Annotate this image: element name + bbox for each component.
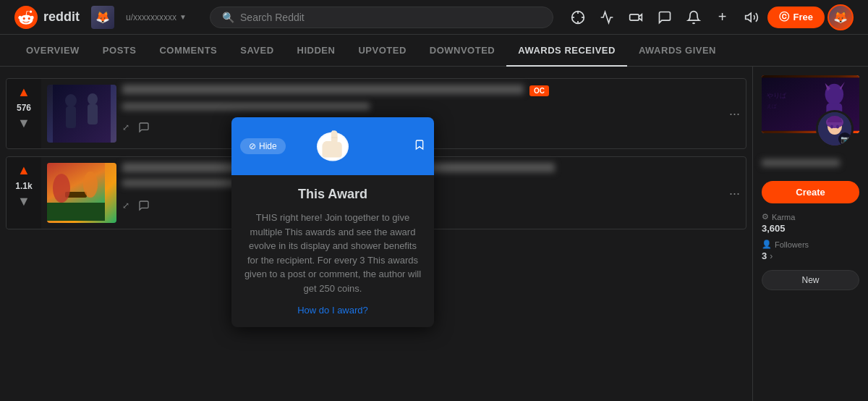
karma-stat: ⚙ Karma 3,605 (762, 212, 859, 234)
svg-point-33 (836, 125, 839, 129)
create-button[interactable]: Create (762, 181, 859, 203)
vote-column: ▲ 1.1k ▼ (7, 157, 41, 229)
username-dropdown[interactable]: u/xxxxxxxxxx ▼ (126, 12, 198, 22)
svg-rect-15 (47, 203, 105, 221)
reddit-logo-icon (14, 6, 38, 29)
logo-area[interactable]: reddit (14, 6, 80, 29)
tooltip-content: This Award THIS right here! Join togethe… (231, 175, 434, 327)
compass-button[interactable] (565, 4, 591, 30)
post-body: ⤢ ··· (122, 157, 746, 229)
advertise-button[interactable] (739, 4, 765, 30)
sidebar-stats: ⚙ Karma 3,605 👤 Followers 3 › (762, 212, 859, 261)
user-avatar-small[interactable]: 🦊 (91, 6, 114, 29)
tab-comments[interactable]: COMMENTS (148, 35, 229, 67)
followers-label-text: Followers (775, 240, 809, 249)
search-icon: 🔍 (222, 12, 234, 23)
svg-rect-10 (66, 106, 76, 128)
sidebar-username (762, 159, 840, 166)
expand-icon[interactable]: ⤢ (122, 200, 129, 211)
add-button[interactable]: + (710, 4, 736, 30)
bookmark-icon (414, 139, 425, 151)
tab-saved[interactable]: SAVED (229, 35, 285, 67)
bell-icon (686, 10, 701, 25)
followers-stat: 👤 Followers 3 › (762, 240, 859, 261)
vote-count: 1.1k (15, 181, 32, 191)
post-body: OC ⤢ ··· (122, 79, 746, 148)
notifications-button[interactable] (681, 4, 707, 30)
megaphone-icon (744, 10, 759, 25)
video-button[interactable] (623, 4, 649, 30)
tooltip-hide-button[interactable]: ⊘ Hide (240, 138, 286, 154)
header-icons: + ⓒ Free 🦊 (565, 4, 854, 30)
comment-icon (138, 200, 150, 211)
profile-avatar-sidebar[interactable]: 📷 (816, 110, 854, 148)
user-avatar-main[interactable]: 🦊 (827, 4, 854, 30)
oc-badge: OC (529, 85, 549, 96)
followers-icon: 👤 (762, 240, 772, 249)
svg-text:えば: えば (767, 103, 778, 109)
free-label: Free (793, 12, 813, 22)
hand-cursor-icon (307, 119, 359, 172)
karma-label: ⚙ Karma (762, 212, 859, 221)
coins-icon: ⓒ (779, 11, 789, 24)
svg-point-17 (53, 174, 70, 203)
thumbnail-autumn (47, 163, 116, 223)
tab-hidden[interactable]: HIDDEN (286, 35, 347, 67)
gear-icon: ⚙ (762, 212, 769, 221)
search-bar[interactable]: 🔍 (210, 7, 553, 28)
chevron-right-icon[interactable]: › (770, 251, 773, 261)
downvote-button[interactable]: ▼ (17, 116, 30, 131)
tab-awards-given[interactable]: AWARDS GIVEN (627, 35, 728, 67)
svg-point-9 (65, 94, 77, 107)
header: reddit 🦊 u/xxxxxxxxxx ▼ 🔍 + (0, 0, 868, 35)
tab-awards-received[interactable]: AWARDS RECEIVED (506, 35, 627, 67)
tooltip-header: ⊘ Hide (231, 117, 434, 175)
svg-rect-6 (629, 14, 639, 20)
how-to-award-link[interactable]: How do I award? (297, 305, 368, 316)
feed: ▲ 576 ▼ (0, 67, 752, 401)
tooltip-title: This Award (243, 187, 422, 202)
sidebar: やりば えば 📷 (752, 67, 868, 401)
upvote-button[interactable]: ▲ (17, 163, 30, 178)
username-text: u/xxxxxxxxxx (126, 12, 176, 22)
vote-count: 576 (17, 103, 31, 113)
hide-icon: ⊘ (249, 141, 256, 151)
tooltip-box: ⊘ Hide (231, 117, 434, 327)
svg-rect-12 (88, 104, 98, 124)
comments-button[interactable] (138, 200, 150, 211)
svg-rect-21 (331, 130, 338, 142)
comment-icon (138, 122, 150, 133)
compass-icon (571, 10, 585, 25)
search-input[interactable] (240, 12, 541, 23)
upvote-button[interactable]: ▲ (17, 85, 30, 100)
svg-point-32 (830, 125, 833, 129)
svg-rect-8 (53, 85, 111, 143)
thumbnail-anime (47, 85, 116, 143)
downvote-button[interactable]: ▼ (17, 194, 30, 209)
more-options-button[interactable]: ··· (729, 106, 740, 122)
comments-button[interactable] (138, 122, 150, 133)
expand-icon[interactable]: ⤢ (122, 122, 129, 132)
free-button[interactable]: ⓒ Free (767, 7, 825, 28)
tooltip-description: THIS right here! Join together to give m… (243, 211, 422, 295)
nav-tabs: OVERVIEW POSTS COMMENTS SAVED HIDDEN UPV… (0, 35, 868, 67)
reddit-wordmark: reddit (43, 9, 80, 25)
chat-icon (658, 10, 672, 25)
hide-label: Hide (259, 141, 277, 151)
tab-downvoted[interactable]: DOWNVOTED (418, 35, 506, 67)
tab-posts[interactable]: POSTS (91, 35, 148, 67)
tab-upvoted[interactable]: UPVOTED (346, 35, 417, 67)
post-title-blurred (122, 85, 524, 94)
camera-icon[interactable]: 📷 (838, 132, 851, 145)
plus-icon: + (718, 9, 727, 25)
chart-button[interactable] (594, 4, 620, 30)
new-button[interactable]: New (762, 270, 859, 290)
svg-text:やりば: やりば (767, 92, 787, 99)
tooltip-bookmark-button[interactable] (414, 139, 425, 153)
chat-button[interactable] (652, 4, 678, 30)
followers-row: 3 › (762, 250, 859, 261)
tab-overview[interactable]: OVERVIEW (14, 35, 91, 67)
main-content: ▲ 576 ▼ (0, 67, 868, 401)
video-icon (629, 10, 643, 25)
more-options-button[interactable]: ··· (729, 185, 740, 200)
